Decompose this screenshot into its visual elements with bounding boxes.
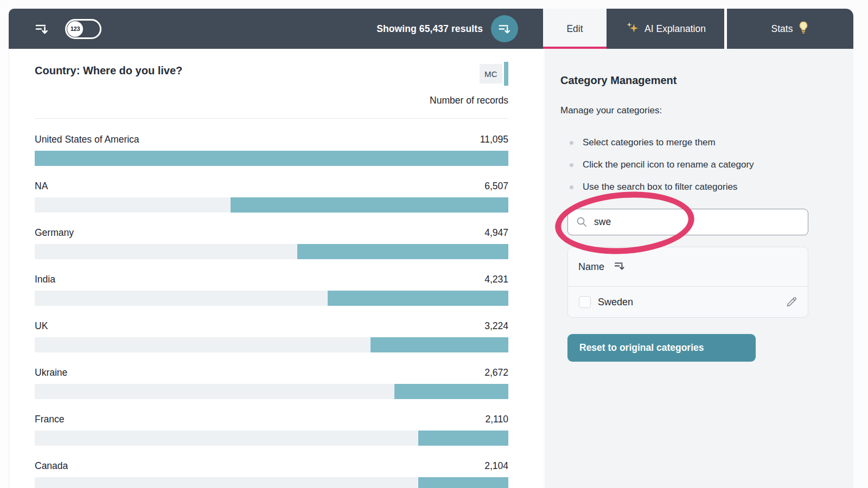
bar-fill [418, 431, 508, 446]
numeric-display-toggle[interactable]: 123 [65, 19, 101, 39]
search-input[interactable] [567, 209, 808, 235]
bar-fill [328, 291, 508, 306]
category-checkbox[interactable] [579, 296, 591, 308]
tab-edit-label: Edit [566, 23, 583, 35]
tab-stats[interactable]: Stats [727, 9, 853, 49]
chart-category-label: Canada [35, 459, 68, 472]
search-icon [576, 216, 588, 230]
bar-fill [35, 151, 508, 166]
category-row: Sweden [568, 287, 808, 317]
instruction-item: Click the pencil icon to rename a catego… [560, 158, 834, 171]
chart-category-label: UK [35, 319, 48, 332]
chart-row: Germany 4,947 [35, 226, 508, 259]
chart-title: Country: Where do you live? [35, 63, 182, 78]
pencil-icon[interactable] [785, 296, 798, 309]
instruction-text: Use the search box to filter categories [583, 181, 737, 194]
panel-subtitle: Manage your categories: [560, 105, 834, 117]
chart-value: 3,224 [484, 319, 508, 332]
chart-category-label: India [35, 273, 55, 286]
name-column-header: Name [578, 261, 604, 273]
chart-rows: United States of America 11,095 NA 6,507… [35, 133, 508, 488]
results-count-text: Showing 65,437 results [376, 23, 483, 35]
chart-row: NA 6,507 [35, 179, 508, 213]
reset-categories-button[interactable]: Reset to original categories [567, 334, 756, 362]
question-type-label: MC [480, 64, 502, 84]
tab-ai-label: AI Explanation [644, 23, 706, 35]
chart-row: United States of America 11,095 [35, 133, 508, 166]
chart-divider [35, 118, 508, 119]
instruction-item: Use the search box to filter categories [560, 181, 834, 194]
sort-results-button[interactable] [491, 15, 518, 42]
badge-accent-strip [504, 62, 508, 86]
bar-track [35, 244, 508, 259]
chart-value: 11,095 [480, 133, 508, 146]
chart-value: 2,110 [486, 413, 509, 426]
chart-row: India 4,231 [35, 273, 508, 306]
instruction-text: Click the pencil icon to rename a catego… [583, 158, 754, 171]
chart-area: Country: Where do you live? MC Number of… [9, 49, 543, 488]
tab-stats-label: Stats [771, 23, 793, 35]
tab-edit[interactable]: Edit [543, 9, 607, 49]
chart-value: 4,947 [484, 226, 508, 239]
chart-category-label: United States of America [35, 133, 139, 146]
chart-value: 2,672 [484, 366, 508, 379]
instruction-list: Select categories to merge them Click th… [560, 136, 834, 194]
bar-track [35, 477, 508, 488]
tab-ai-explanation[interactable]: AI Explanation [607, 9, 724, 49]
bar-fill [394, 384, 508, 399]
chart-value: 6,507 [484, 179, 508, 192]
category-list-header: Name [568, 247, 808, 287]
chart-category-label: NA [35, 179, 48, 192]
panel-title: Category Management [560, 73, 834, 88]
sort-descending-icon[interactable] [34, 21, 50, 37]
chart-value: 4,231 [484, 273, 508, 286]
bullet-dot [570, 141, 573, 145]
instruction-text: Select categories to merge them [583, 136, 716, 149]
bullet-dot [570, 163, 573, 167]
instruction-item: Select categories to merge them [560, 136, 834, 149]
sparkles-icon [625, 21, 639, 37]
chart-category-label: Ukraine [35, 366, 67, 379]
bar-fill [371, 337, 508, 352]
value-column-header: Number of records [35, 94, 508, 106]
sort-name-icon[interactable] [613, 259, 626, 274]
bar-track [35, 291, 508, 306]
chart-category-label: Germany [35, 226, 74, 239]
app-window: 123 Showing 65,437 results Edit [9, 9, 853, 488]
bar-track [35, 384, 508, 399]
chart-category-label: France [35, 413, 64, 426]
top-bar: 123 Showing 65,437 results Edit [9, 9, 853, 49]
chart-row: France 2,110 [35, 413, 508, 446]
bar-track [35, 197, 508, 213]
category-list-card: Name Sweden [567, 247, 808, 318]
bar-track [35, 337, 508, 352]
bar-fill [231, 197, 508, 213]
category-search [567, 209, 808, 235]
results-group: Showing 65,437 results [376, 15, 518, 42]
question-type-badge: MC [480, 62, 508, 86]
bar-track [35, 431, 508, 446]
bar-fill [418, 477, 508, 488]
main-area: Country: Where do you live? MC Number of… [9, 49, 853, 488]
chart-row: UK 3,224 [35, 319, 508, 352]
bar-fill [297, 244, 508, 259]
chart-row: Canada 2,104 [35, 459, 508, 488]
bullet-dot [570, 185, 573, 189]
bar-track [35, 151, 508, 166]
top-bar-main: 123 Showing 65,437 results [9, 9, 543, 49]
chart-row: Ukraine 2,672 [35, 366, 508, 399]
chart-value: 2,104 [484, 459, 508, 472]
category-management-panel: Category Management Manage your categori… [545, 49, 853, 488]
category-name: Sweden [598, 297, 633, 308]
toggle-knob[interactable]: 123 [67, 21, 83, 37]
lightbulb-icon [798, 21, 809, 37]
